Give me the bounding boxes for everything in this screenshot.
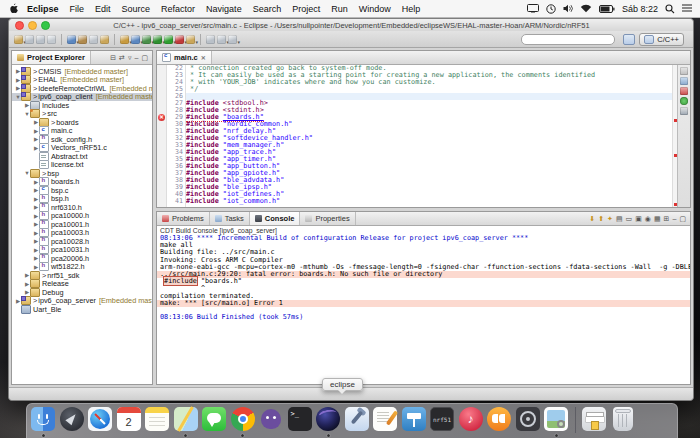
- dock-item-github-desktop[interactable]: [259, 407, 283, 431]
- notification-center-icon[interactable]: [682, 4, 692, 13]
- tree-item-src[interactable]: ▼>src: [12, 110, 152, 119]
- tree-item-nrf6310-h[interactable]: ▶nrf6310.h: [12, 203, 152, 212]
- tree-item-pca10001-h[interactable]: ▶pca10001.h: [12, 220, 152, 229]
- save-button[interactable]: [25, 35, 34, 44]
- tree-item-nrf51-sdk[interactable]: ▶>nrf51_sdk: [12, 271, 152, 280]
- zoom-window-button[interactable]: [41, 21, 50, 30]
- tree-item-boards-h[interactable]: ▶boards.h: [12, 178, 152, 187]
- menu-item-eclipse[interactable]: Eclipse: [27, 4, 59, 14]
- tree-item-includes[interactable]: ▶Includes: [12, 101, 152, 110]
- tree-item-bsp-c[interactable]: ▶bsp.c: [12, 186, 152, 195]
- battery-icon[interactable]: [599, 5, 615, 13]
- coverage-button[interactable]: ▾: [153, 35, 162, 44]
- tree-item-pca10003-h[interactable]: ▶pca10003.h: [12, 229, 152, 238]
- tree-item-sdk-config-h[interactable]: ▶sdk_config.h: [12, 135, 152, 144]
- menu-item-help[interactable]: Help: [402, 4, 421, 14]
- close-tab-icon[interactable]: ✕: [201, 54, 206, 61]
- perspective-cc-button[interactable]: C/C++: [639, 33, 684, 46]
- tree-item-wt51822-h[interactable]: ▶wt51822.h: [12, 263, 152, 272]
- menu-item-navigate[interactable]: Navigate: [206, 4, 242, 14]
- new-wizard-button[interactable]: ▾: [14, 35, 23, 44]
- new-cpp-class-button[interactable]: ▾: [131, 35, 140, 44]
- display-icon[interactable]: [527, 4, 539, 13]
- clock-icon[interactable]: [546, 4, 556, 14]
- tree-item-pca20006-h[interactable]: ▶pca20006.h: [12, 254, 152, 263]
- dock-item-keynote[interactable]: [402, 407, 426, 431]
- dock-item-safari[interactable]: [88, 407, 112, 431]
- maximize-icon[interactable]: ▢: [141, 54, 148, 61]
- dropdown-arrow-icon[interactable]: ▾: [195, 41, 198, 44]
- display-console-icon[interactable]: ▦: [654, 215, 661, 222]
- menu-item-run[interactable]: Run: [331, 4, 348, 14]
- tab-project-explorer[interactable]: Project Explorer: [12, 51, 91, 64]
- console-output[interactable]: 08:13:06 **** Incremental Build of confi…: [157, 235, 690, 384]
- spotlight-icon[interactable]: [665, 4, 675, 14]
- dock-item-maps[interactable]: [174, 407, 198, 431]
- code-line-41[interactable]: #include "iot_common.h": [186, 198, 672, 205]
- link-with-editor-icon[interactable]: ⇄: [119, 54, 125, 61]
- open-perspective-icon[interactable]: [623, 34, 635, 45]
- error-marker-icon[interactable]: ✕: [158, 114, 165, 121]
- new-c-project-button[interactable]: ▾: [120, 35, 129, 44]
- menu-item-window[interactable]: Window: [359, 4, 391, 14]
- dock-item-trash[interactable]: [613, 407, 633, 431]
- dock-item-messages[interactable]: [202, 407, 226, 431]
- build-all-button[interactable]: [78, 35, 87, 44]
- documents-view-icon[interactable]: [680, 107, 688, 115]
- clear-console-icon[interactable]: ▭: [626, 215, 633, 222]
- tree-item-cmsis[interactable]: ▶>CMSIS[Embedded master]: [12, 67, 152, 76]
- tab-problems[interactable]: Problems: [157, 212, 210, 225]
- quick-access-field[interactable]: [521, 34, 615, 45]
- tree-item-abstract-txt[interactable]: Abstract.txt: [12, 152, 152, 161]
- apple-menu-icon[interactable]: [9, 3, 18, 14]
- menu-item-search[interactable]: Search: [253, 4, 282, 14]
- last-edit-location-button[interactable]: [206, 35, 215, 44]
- tree-item-ehal[interactable]: ▶>EHAL[Embedded master]: [12, 76, 152, 85]
- tree-item-uart-ble[interactable]: Uart_Ble: [12, 305, 152, 314]
- overview-error-mark[interactable]: [674, 203, 677, 206]
- open-element-button[interactable]: [89, 35, 98, 44]
- pin-console-icon[interactable]: ◉: [645, 215, 651, 222]
- menubar-clock[interactable]: Sáb 8:22: [622, 4, 658, 14]
- dock-item-ibooks[interactable]: [487, 407, 511, 431]
- dock-item-launchpad[interactable]: [60, 407, 84, 431]
- volume-icon[interactable]: [563, 4, 573, 13]
- wifi-icon[interactable]: [580, 4, 592, 13]
- dock-item-finder[interactable]: [31, 407, 55, 431]
- overview-error-mark[interactable]: [674, 154, 677, 157]
- tree-item-main-c[interactable]: ▶main.c: [12, 127, 152, 136]
- run-button[interactable]: ▾: [164, 35, 173, 44]
- tree-item-ipv6-coap-client[interactable]: ▼>ipv6_coap_client[Embedded master]: [12, 93, 152, 102]
- menu-item-source[interactable]: Source: [122, 4, 151, 14]
- outline-view-icon[interactable]: [680, 77, 688, 85]
- close-window-button[interactable]: [15, 21, 24, 30]
- dock-item-nrf51-datasheet[interactable]: nrf51: [430, 407, 454, 431]
- tab-properties[interactable]: Properties: [300, 212, 355, 225]
- tree-item-boards[interactable]: ▶>boards: [12, 118, 152, 127]
- overview-error-mark[interactable]: [674, 119, 677, 122]
- scroll-lock-icon[interactable]: ▣: [635, 215, 642, 222]
- dock-item-xcode[interactable]: [345, 407, 369, 431]
- profile-button[interactable]: ▾: [175, 35, 184, 44]
- dock-item-chrome[interactable]: [231, 407, 255, 431]
- dock-item-media-wheel-app[interactable]: [516, 407, 540, 431]
- open-console-icon[interactable]: ⊞: [664, 215, 670, 222]
- run-view-icon[interactable]: [680, 97, 688, 105]
- tree-item-release[interactable]: ▶Release: [12, 280, 152, 289]
- dock-item-terminal[interactable]: >_: [288, 407, 312, 431]
- dock-item-downloads-stack[interactable]: [582, 407, 606, 431]
- debug-button[interactable]: ▾: [142, 35, 151, 44]
- dropdown-arrow-icon[interactable]: ▾: [237, 41, 240, 44]
- show-error-icon[interactable]: ✦: [607, 215, 613, 222]
- previous-error-icon[interactable]: ⬆: [598, 215, 604, 222]
- skip-breakpoints-button[interactable]: ▾: [67, 35, 76, 44]
- dock-item-notes[interactable]: [145, 407, 169, 431]
- menu-item-refactor[interactable]: Refactor: [161, 4, 195, 14]
- dock-item-pages[interactable]: [373, 407, 397, 431]
- code-line-25[interactable]: */: [186, 86, 672, 93]
- tree-item-pca10031-h[interactable]: ▶pca10031.h: [12, 246, 152, 255]
- tree-item-ipv6-coap-server[interactable]: ▶>ipv6_coap_server[Embedded master]: [12, 297, 152, 306]
- dock-item-eclipse[interactable]: [316, 407, 340, 431]
- restore-views-icon[interactable]: [680, 67, 688, 75]
- tree-item-pca10028-h[interactable]: ▶pca10028.h: [12, 237, 152, 246]
